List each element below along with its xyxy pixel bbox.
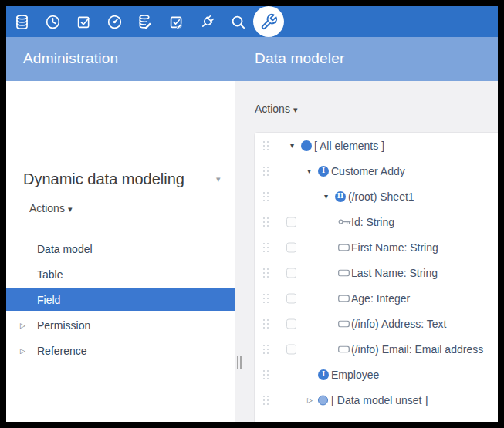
key-icon — [338, 217, 351, 226]
gauge-icon[interactable] — [99, 6, 130, 37]
chevron-down-icon: ▾ — [68, 204, 73, 214]
unset-node-icon — [318, 395, 328, 405]
app-window: Administration Data modeler Dynamic data… — [6, 6, 498, 422]
drag-handle-icon[interactable] — [263, 294, 269, 303]
tree-row-label[interactable]: Id: String — [351, 216, 394, 228]
tree-row[interactable]: ▾ I Customer Addy — [255, 158, 498, 184]
sidebar-item-table[interactable]: ▷ Table — [6, 263, 235, 285]
database-icon[interactable] — [6, 6, 37, 37]
module-header-bar: Administration Data modeler — [6, 37, 498, 81]
administration-panel: Dynamic data modeling ▾ Actions▾ ▷ Data … — [6, 81, 235, 422]
task-check-icon[interactable] — [68, 6, 99, 37]
plug-icon[interactable] — [191, 6, 222, 37]
sidebar-item-label: Permission — [37, 319, 90, 332]
sidebar-item-permission[interactable]: ▷ Permission — [6, 314, 235, 336]
collapse-triangle-icon[interactable]: ▾ — [307, 167, 311, 175]
sidebar-item-reference[interactable]: ▷ Reference — [6, 339, 235, 362]
wrench-icon[interactable] — [253, 6, 284, 37]
sidebar-item-label: Table — [37, 268, 63, 281]
left-module-title: Administration — [23, 50, 118, 67]
chevron-down-icon: ▾ — [293, 105, 298, 114]
clock-icon[interactable] — [37, 6, 68, 37]
top-toolbar — [6, 6, 498, 37]
collapse-triangle-icon[interactable]: ▾ — [290, 142, 294, 150]
field-icon — [338, 295, 350, 302]
chevron-down-icon[interactable]: ▾ — [216, 174, 221, 184]
form-edit-icon[interactable] — [161, 6, 191, 37]
model-level-icon: I — [318, 166, 329, 177]
expand-triangle-icon[interactable]: ▷ — [20, 322, 25, 329]
tree-row-label[interactable]: [ All elements ] — [314, 140, 384, 152]
drag-handle-icon[interactable] — [263, 243, 269, 252]
tree-row-label[interactable]: Last Name: String — [351, 267, 438, 279]
row-checkbox[interactable] — [286, 293, 296, 303]
expand-triangle-icon[interactable]: ▷ — [20, 347, 25, 355]
panel-resize-handle[interactable] — [237, 356, 243, 369]
sidebar-menu: ▷ Data model ▷ Table ▷ Field ▷ Permissio… — [6, 238, 235, 365]
tree-row-label[interactable]: Age: Integer — [351, 292, 410, 305]
drag-handle-icon[interactable] — [263, 141, 269, 150]
sidebar-item-field[interactable]: ▷ Field — [6, 288, 235, 311]
field-icon — [338, 320, 350, 327]
field-icon — [338, 345, 350, 352]
model-level-icon: I — [318, 369, 329, 380]
collapse-triangle-icon[interactable]: ▾ — [324, 193, 328, 201]
field-icon — [338, 269, 350, 276]
drag-handle-icon[interactable] — [263, 268, 269, 278]
tree-actions-dropdown[interactable]: Actions▾ — [255, 103, 297, 115]
tree-row-label[interactable]: First Name: String — [351, 241, 438, 254]
database-edit-icon[interactable] — [130, 6, 161, 37]
model-tree: ▾ [ All elements ] ▾ I Customer Addy ▾ I… — [254, 132, 498, 422]
drag-handle-icon[interactable] — [263, 370, 269, 379]
tree-row-label[interactable]: Employee — [331, 369, 379, 381]
all-elements-node-icon — [301, 140, 312, 151]
model-level-icon: II — [335, 191, 346, 202]
sidebar-actions-dropdown[interactable]: Actions▾ — [29, 202, 72, 214]
drag-handle-icon[interactable] — [263, 167, 269, 176]
tree-row[interactable]: Id: String — [255, 209, 498, 234]
tree-row[interactable]: (/info) Address: Text — [255, 311, 498, 336]
row-checkbox[interactable] — [286, 242, 296, 252]
tree-row[interactable]: ▾ [ All elements ] — [255, 133, 498, 158]
expand-triangle-icon[interactable]: ▷ — [307, 396, 313, 403]
page-title: Dynamic data modeling — [23, 170, 184, 188]
row-checkbox[interactable] — [286, 344, 296, 354]
tree-row[interactable]: I Employee — [255, 362, 498, 387]
tree-row-label[interactable]: Customer Addy — [331, 165, 405, 177]
tree-row-label[interactable]: (/root) Sheet1 — [348, 190, 414, 203]
tree-row[interactable]: ▷ [ Data model unset ] — [255, 387, 498, 413]
tree-row-label[interactable]: (/info) Email: Email address — [351, 343, 483, 356]
data-modeler-panel: Actions▾ ▾ [ All elements ] ▾ I Customer… — [235, 81, 498, 422]
drag-handle-icon[interactable] — [263, 217, 269, 227]
search-icon[interactable] — [222, 6, 253, 37]
sidebar-item-label: Data model — [37, 243, 93, 255]
tree-row[interactable]: ▾ II (/root) Sheet1 — [255, 184, 498, 209]
row-checkbox[interactable] — [286, 217, 296, 227]
right-module-title: Data modeler — [255, 50, 344, 67]
tree-row[interactable]: (/info) Email: Email address — [255, 336, 498, 362]
tree-row-label[interactable]: (/info) Address: Text — [351, 318, 446, 330]
row-checkbox[interactable] — [286, 318, 296, 329]
tree-row[interactable]: Age: Integer — [255, 285, 498, 311]
tree-row[interactable]: First Name: String — [255, 234, 498, 260]
drag-handle-icon[interactable] — [263, 192, 269, 201]
drag-handle-icon[interactable] — [263, 319, 269, 329]
drag-handle-icon[interactable] — [263, 396, 269, 405]
drag-handle-icon[interactable] — [263, 345, 269, 354]
sidebar-item-label: Field — [37, 294, 60, 306]
sidebar-item-label: Reference — [37, 345, 87, 357]
row-checkbox[interactable] — [286, 268, 296, 278]
field-icon — [338, 244, 350, 251]
tree-row-label[interactable]: [ Data model unset ] — [331, 394, 428, 406]
tree-row[interactable]: Last Name: String — [255, 260, 498, 285]
sidebar-item-data-model[interactable]: ▷ Data model — [6, 238, 235, 260]
